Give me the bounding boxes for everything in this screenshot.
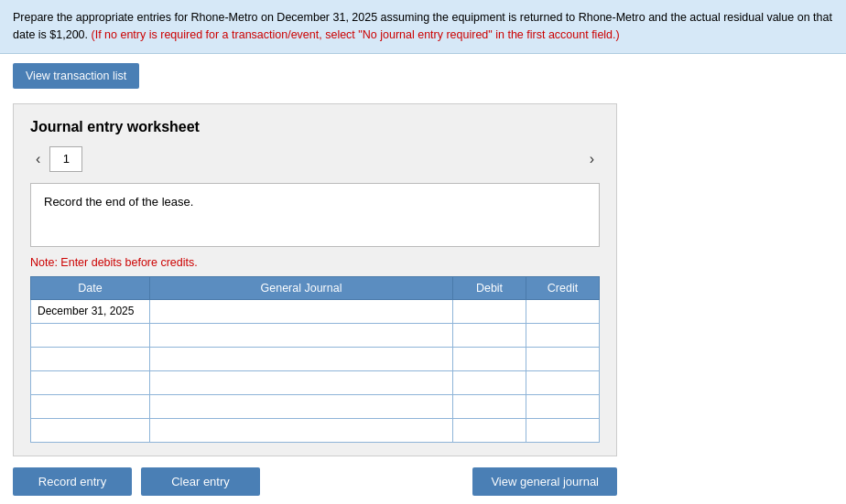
- input-journal-1[interactable]: [154, 326, 449, 345]
- input-date-5[interactable]: [35, 421, 146, 440]
- input-debit-2[interactable]: [457, 349, 522, 369]
- input-credit-3[interactable]: [530, 373, 595, 392]
- note-text: Note: Enter debits before credits.: [30, 256, 600, 269]
- input-journal-0[interactable]: [154, 302, 449, 321]
- col-header-date: Date: [31, 276, 150, 299]
- cell-journal-2[interactable]: [150, 347, 453, 370]
- input-date-3[interactable]: [35, 373, 146, 392]
- col-header-general-journal: General Journal: [150, 276, 453, 299]
- cell-journal-4[interactable]: [150, 394, 453, 418]
- cell-date-4[interactable]: [31, 394, 150, 418]
- tab-number-box: 1: [49, 146, 82, 172]
- cell-journal-5[interactable]: [150, 418, 453, 442]
- cell-credit-3[interactable]: [526, 370, 600, 394]
- journal-table: Date General Journal Debit Credit: [30, 276, 600, 443]
- input-debit-0[interactable]: [457, 302, 522, 321]
- cell-date-5[interactable]: [31, 418, 150, 442]
- cell-debit-1[interactable]: [453, 323, 526, 347]
- col-header-credit: Credit: [526, 276, 600, 299]
- worksheet-container: Journal entry worksheet ‹ 1 › Record the…: [13, 103, 617, 456]
- description-box: Record the end of the lease.: [30, 183, 600, 247]
- cell-date-3[interactable]: [31, 370, 150, 394]
- input-credit-2[interactable]: [530, 349, 595, 369]
- cell-journal-1[interactable]: [150, 323, 453, 347]
- cell-debit-0[interactable]: [453, 299, 526, 323]
- input-date-1[interactable]: [35, 326, 146, 345]
- worksheet-title: Journal entry worksheet: [30, 119, 600, 135]
- cell-debit-2[interactable]: [453, 347, 526, 370]
- input-debit-3[interactable]: [457, 373, 522, 392]
- table-row: [31, 418, 600, 442]
- cell-journal-3[interactable]: [150, 370, 453, 394]
- tab-prev-arrow[interactable]: ‹: [30, 149, 46, 169]
- col-header-debit: Debit: [453, 276, 526, 299]
- table-row: [31, 370, 600, 394]
- input-debit-1[interactable]: [457, 326, 522, 345]
- cell-date-1[interactable]: [31, 323, 150, 347]
- input-date-2[interactable]: [35, 349, 146, 369]
- input-credit-1[interactable]: [530, 326, 595, 345]
- view-general-journal-button[interactable]: View general journal: [472, 467, 617, 496]
- input-journal-5[interactable]: [154, 421, 449, 440]
- input-debit-4[interactable]: [457, 397, 522, 416]
- cell-date-2[interactable]: [31, 347, 150, 370]
- input-debit-5[interactable]: [457, 421, 522, 440]
- input-credit-0[interactable]: [530, 302, 595, 321]
- input-date-4[interactable]: [35, 397, 146, 416]
- cell-journal-0[interactable]: [150, 299, 453, 323]
- cell-debit-3[interactable]: [453, 370, 526, 394]
- cell-credit-1[interactable]: [526, 323, 600, 347]
- cell-date-0[interactable]: [31, 299, 150, 323]
- cell-debit-4[interactable]: [453, 394, 526, 418]
- view-transaction-button[interactable]: View transaction list: [13, 63, 139, 89]
- clear-entry-button[interactable]: Clear entry: [141, 467, 260, 496]
- cell-credit-4[interactable]: [526, 394, 600, 418]
- tab-number: 1: [63, 152, 70, 166]
- table-row: [31, 394, 600, 418]
- cell-credit-5[interactable]: [526, 418, 600, 442]
- table-row: [31, 323, 600, 347]
- bottom-buttons: Record entry Clear entry View general jo…: [13, 467, 617, 496]
- table-row: [31, 299, 600, 323]
- record-entry-button[interactable]: Record entry: [13, 467, 132, 496]
- input-date-0[interactable]: [35, 302, 146, 321]
- input-journal-4[interactable]: [154, 397, 449, 416]
- cell-credit-2[interactable]: [526, 347, 600, 370]
- tab-navigation: ‹ 1 ›: [30, 146, 600, 172]
- input-credit-4[interactable]: [530, 397, 595, 416]
- instruction-text-red: (If no entry is required for a transacti…: [92, 28, 620, 41]
- instruction-banner: Prepare the appropriate entries for Rhon…: [0, 0, 846, 54]
- input-credit-5[interactable]: [530, 421, 595, 440]
- table-row: [31, 347, 600, 370]
- cell-debit-5[interactable]: [453, 418, 526, 442]
- input-journal-3[interactable]: [154, 373, 449, 392]
- cell-credit-0[interactable]: [526, 299, 600, 323]
- tab-next-arrow[interactable]: ›: [584, 149, 600, 169]
- input-journal-2[interactable]: [154, 349, 449, 369]
- description-text: Record the end of the lease.: [44, 195, 193, 209]
